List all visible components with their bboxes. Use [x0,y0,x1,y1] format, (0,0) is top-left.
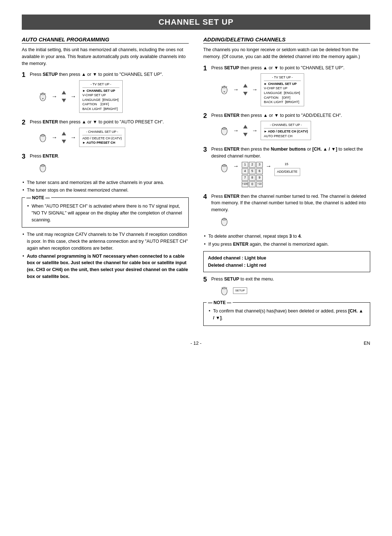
hand-icon-r4: ENTER [219,216,230,227]
numpad: 123 456 789 +1000+10 [242,162,263,187]
info-box: Added channel : Light blue Deleted chann… [203,251,370,272]
bullet-item: The tuner scans and memorizes all the ac… [27,179,189,186]
left-step-1: 1 Press SETUP then press ▲ or ▼ to point… [22,71,189,115]
page-number: - 12 - [191,340,201,346]
hand-icon-3: ENTER [37,162,49,173]
extra-bullet: The unit may recognize CATV channels to … [27,231,189,251]
step4-bullets: To delete another channel, repeat steps … [203,233,370,248]
bullet-item: To delete another channel, repeat steps … [208,233,370,240]
right-step-5: 5 Press SETUP to exit the menu. SETUP SE… [203,276,370,299]
note-bullet: When "AUTO PRESET CH" is activated where… [32,203,184,223]
channel-display: 15 ADD/DELETE [274,162,300,176]
svg-text:ENTER: ENTER [222,165,227,167]
info-line-2: Deleted channel : Light red [208,262,366,269]
svg-marker-5 [62,91,66,94]
hand-icon-r3: ENTER [219,162,230,173]
left-step-3: 3 Press ENTER. ENTER [22,153,189,176]
nav-pad-icon-r2 [242,124,249,137]
right-section-intro: The channels you no longer receive or se… [203,46,370,60]
svg-text:ENTER: ENTER [222,218,227,220]
right-section-title: ADDING/DELETING CHANNELS [203,36,370,44]
right-step-4: 4 Press ENTER then the channel number tu… [203,193,370,229]
channel-setup-menu-left: - CHANNEL SET UP - ADD / DELETE CH (CATV… [79,128,125,147]
left-column: AUTO CHANNEL PROGRAMMING As the initial … [22,36,189,330]
svg-text:ENTER: ENTER [40,165,46,167]
svg-text:ENTER: ENTER [222,128,227,130]
nav-pad-icon [60,90,68,103]
hand-icon: SETUP [37,91,49,102]
right-step-1: 1 Press SETUP then press ▲ or ▼ to point… [203,65,370,109]
lang-label: EN [364,340,370,346]
left-step-2: 2 Press ENTER then press ▲ or ▼ to point… [22,119,189,149]
hand-icon-r1: SETUP [219,84,230,95]
left-section-intro: As the initial setting, this unit has me… [22,46,189,67]
svg-text:ENTER: ENTER [40,135,46,136]
hand-icon-2: ENTER [37,132,49,143]
bullet-item: The tuner stops on the lowest memorized … [27,187,189,194]
info-line-1: Added channel : Light blue [208,254,366,262]
note-bullet-right: To confirm that channel(s) has(have) bee… [213,308,366,322]
right-step-3: 3 Press ENTER then press the Number butt… [203,146,370,189]
nav-pad-icon-2 [60,131,68,144]
extra-bullets: The unit may recognize CATV channels to … [22,231,189,280]
setup-box: SETUP [233,287,247,294]
svg-marker-20 [243,84,248,87]
extra-bullet: Auto channel programming is NOT necessar… [27,253,189,280]
bullet-item: If you press ENTER again, the channel is… [208,241,370,248]
svg-marker-11 [62,140,66,143]
hand-icon-r5: SETUP [219,285,230,296]
svg-marker-10 [62,132,66,135]
tv-setup-menu: - TV SET UP - ► CHANNEL SET UP V-CHIP SE… [79,80,123,113]
page-footer: - 12 - EN [22,340,370,346]
svg-marker-21 [243,92,248,95]
svg-text:SETUP: SETUP [221,287,227,289]
page-title: CHANNEL SET UP [22,15,370,30]
right-column: ADDING/DELETING CHANNELS The channels yo… [203,36,370,330]
svg-marker-25 [243,125,248,128]
left-section-title: AUTO CHANNEL PROGRAMMING [22,36,189,44]
note-box-right: — NOTE — To confirm that channel(s) has(… [203,302,370,326]
tv-setup-menu-right: - TV SET UP - ► CHANNEL SET UP V-CHIP SE… [261,73,304,106]
hand-icon-r2: ENTER [219,125,230,136]
note-box-left: — NOTE — When "AUTO PRESET CH" is activa… [22,197,189,228]
svg-marker-6 [62,99,66,102]
channel-setup-menu-right: - CHANNEL SET UP - ► ADD / DELETE CH (CA… [261,121,311,140]
right-step-2: 2 Press ENTER then press ▲ or ▼ to point… [203,112,370,142]
nav-pad-icon-r1 [242,83,249,96]
svg-marker-26 [243,133,248,136]
step3-bullets: The tuner scans and memorizes all the ac… [22,179,189,194]
